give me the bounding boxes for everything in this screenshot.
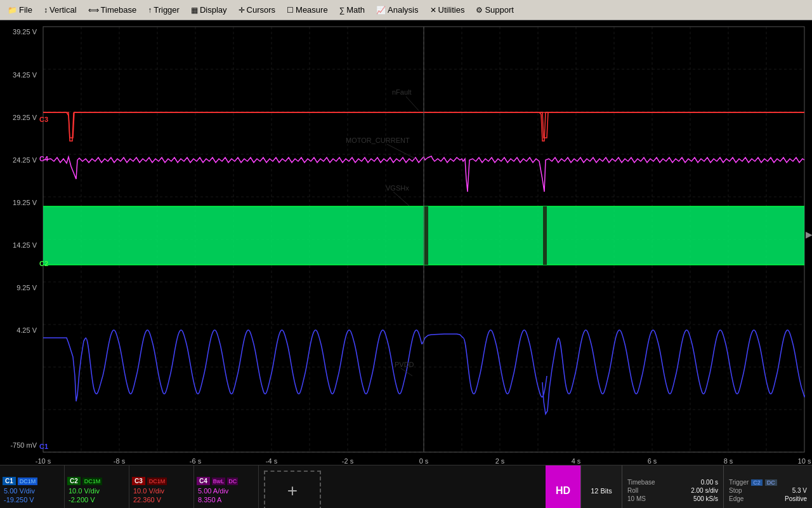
ch3-info[interactable]: C3 DC1M 10.0 V/div 22.360 V — [129, 465, 194, 508]
svg-text:C3: C3 — [39, 116, 48, 123]
menu-vertical[interactable]: ↕ Vertical — [39, 4, 82, 16]
ch4-coupling: BwL — [212, 478, 226, 485]
support-icon: ⚙ — [476, 6, 483, 15]
ch3-label: C3 — [132, 477, 145, 485]
tb-roll-val: 2.00 s/div — [691, 487, 718, 494]
trigger-block[interactable]: Trigger C2 DC Stop 5.3 V Edge Positive — [723, 465, 812, 508]
bits-block: 12 Bits — [580, 465, 622, 508]
cursors-icon: ✛ — [239, 6, 245, 15]
ch3-vdiv: 10.0 V/div — [132, 486, 166, 495]
timebase-icon: ⟺ — [88, 6, 99, 15]
ch4-offset: 8.350 A — [197, 495, 223, 504]
scope-display: nFault MOTOR_CURRENT ▶ VGSHx — [0, 20, 812, 478]
svg-text:4.25 V: 4.25 V — [16, 326, 37, 334]
scope-svg: nFault MOTOR_CURRENT ▶ VGSHx — [0, 20, 812, 478]
display-icon: ▦ — [191, 6, 198, 15]
svg-rect-45 — [424, 206, 428, 265]
trigger-dc: DC — [765, 479, 777, 486]
svg-text:PVDD: PVDD — [395, 361, 414, 368]
trigger-edge-key: Edge — [729, 495, 743, 502]
svg-text:▶: ▶ — [806, 229, 812, 239]
timebase-value: 0.00 s — [701, 479, 718, 486]
svg-text:-8 s: -8 s — [114, 457, 126, 465]
ch1-coupling: DC1M — [18, 478, 38, 485]
svg-rect-46 — [543, 206, 547, 265]
svg-text:VGSHx: VGSHx — [386, 184, 409, 192]
ch1-vdiv: 5.00 V/div — [3, 486, 36, 495]
trigger-edge-val: Positive — [785, 495, 807, 502]
ch2-offset: -2.200 V — [67, 495, 96, 504]
math-icon: ∑ — [339, 6, 345, 15]
svg-text:10 s: 10 s — [798, 457, 811, 465]
ch3-offset: 22.360 V — [132, 495, 162, 504]
ch4-info[interactable]: C4 BwL DC 5.00 A/div 8.350 A — [194, 465, 259, 508]
add-channel-button[interactable]: + — [264, 471, 321, 508]
svg-text:39.25 V: 39.25 V — [13, 28, 37, 36]
svg-text:6 s: 6 s — [648, 457, 657, 465]
tb-srate-val: 500 kS/s — [693, 495, 718, 502]
trigger-stop-key: Stop — [729, 487, 742, 494]
analysis-icon: 📈 — [376, 6, 386, 15]
menu-cursors[interactable]: ✛ Cursors — [233, 4, 281, 16]
timebase-label: Timebase — [627, 479, 655, 486]
ch1-label: C1 — [3, 477, 16, 485]
ch4-vdiv: 5.00 A/div — [197, 486, 230, 495]
svg-text:-2 s: -2 s — [342, 457, 354, 465]
menu-measure[interactable]: ☐ Measure — [282, 4, 333, 16]
svg-text:8 s: 8 s — [724, 457, 733, 465]
trigger-icon: ↑ — [148, 6, 152, 15]
ch1-info[interactable]: C1 DC1M 5.00 V/div -19.250 V — [0, 465, 65, 508]
svg-text:14.25 V: 14.25 V — [13, 241, 37, 249]
menu-display[interactable]: ▦ Display — [186, 4, 232, 16]
svg-text:2 s: 2 s — [495, 457, 505, 465]
svg-text:-4 s: -4 s — [266, 457, 278, 465]
hd-block: HD — [546, 465, 580, 508]
svg-text:29.25 V: 29.25 V — [13, 114, 37, 121]
ch2-label: C2 — [67, 477, 81, 485]
menu-bar: 📁 File ↕ Vertical ⟺ Timebase ↑ Trigger ▦… — [0, 0, 812, 20]
ch3-coupling: DC1M — [147, 478, 167, 485]
ch1-offset: -19.250 V — [3, 495, 36, 504]
timebase-block[interactable]: Timebase 0.00 s Roll 2.00 s/div 10 MS 50… — [622, 465, 723, 508]
svg-text:-10 s: -10 s — [36, 457, 51, 465]
svg-text:24.25 V: 24.25 V — [13, 156, 37, 164]
file-icon: 📁 — [8, 6, 17, 15]
ch2-coupling: DC1M — [82, 478, 103, 485]
svg-text:MOTOR_CURRENT: MOTOR_CURRENT — [346, 137, 410, 144]
svg-text:C1: C1 — [39, 443, 48, 450]
svg-text:nFault: nFault — [392, 88, 412, 96]
menu-file[interactable]: 📁 File — [3, 4, 37, 16]
utilities-icon: ✕ — [430, 6, 436, 15]
tb-ms-key: 10 MS — [627, 495, 646, 502]
menu-timebase[interactable]: ⟺ Timebase — [83, 4, 142, 16]
measure-icon: ☐ — [287, 6, 294, 15]
ch2-vdiv: 10.0 V/div — [67, 486, 101, 495]
tb-roll-key: Roll — [627, 487, 638, 494]
menu-support[interactable]: ⚙ Support — [471, 4, 519, 16]
menu-math[interactable]: ∑ Math — [334, 4, 370, 16]
trigger-stop-val: 5.3 V — [792, 487, 807, 494]
menu-analysis[interactable]: 📈 Analysis — [371, 4, 423, 16]
ch4-label: C4 — [197, 477, 210, 485]
svg-text:0 s: 0 s — [419, 457, 429, 465]
svg-text:-6 s: -6 s — [190, 457, 202, 465]
menu-utilities[interactable]: ✕ Utilities — [425, 4, 470, 16]
svg-text:19.25 V: 19.25 V — [13, 199, 37, 206]
svg-text:-750 mV: -750 mV — [10, 441, 37, 449]
menu-trigger[interactable]: ↑ Trigger — [143, 4, 185, 16]
vertical-icon: ↕ — [44, 6, 48, 15]
ch2-info[interactable]: C2 DC1M 10.0 V/div -2.200 V — [65, 465, 129, 508]
svg-text:C2: C2 — [39, 260, 48, 267]
svg-text:34.25 V: 34.25 V — [13, 71, 37, 79]
ch4-coupling2: DC — [227, 478, 238, 485]
bottom-info-bar: C1 DC1M 5.00 V/div -19.250 V C2 DC1M 10.… — [0, 465, 812, 508]
svg-text:9.25 V: 9.25 V — [16, 284, 37, 291]
trigger-label: Trigger — [729, 479, 749, 486]
svg-text:4 s: 4 s — [572, 457, 581, 465]
trigger-ch: C2 — [751, 479, 763, 486]
svg-text:C4: C4 — [39, 155, 49, 163]
